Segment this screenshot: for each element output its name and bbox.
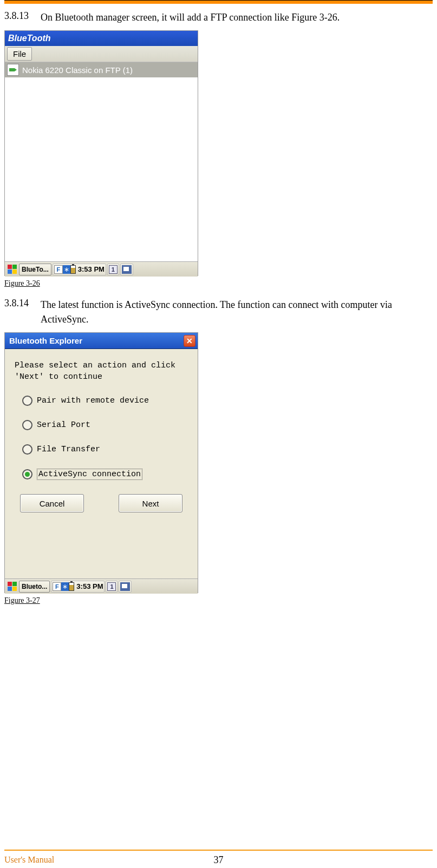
footer-label: User's Manual <box>4 855 54 865</box>
section-3-8-14: 3.8.14 The latest function is ActiveSync… <box>4 298 433 327</box>
f-icon[interactable]: F <box>54 265 63 274</box>
radio-label: Pair with remote device <box>37 396 149 405</box>
start-button-icon[interactable] <box>6 581 18 593</box>
battery-icon[interactable] <box>69 582 74 591</box>
radio-icon-selected <box>22 469 32 479</box>
taskbar-app-button[interactable]: Blueto... <box>19 581 50 593</box>
one-icon: 1 <box>109 265 118 274</box>
input-indicator[interactable]: 1 <box>107 264 119 275</box>
tray-group: F ∗ 3:53 PM <box>51 581 105 593</box>
dialog-titlebar: Bluetooth Explorer ✕ <box>5 333 198 349</box>
radio-file-transfer[interactable]: File Transfer <box>22 444 188 455</box>
footer: User's Manual 37 <box>4 855 433 865</box>
page-content: 3.8.13 On Bluetooth manager screen, it w… <box>0 10 437 605</box>
dialog-prompt: Please select an action and click 'Next'… <box>15 360 188 383</box>
screenshot-bluetooth-manager: BlueTooth File Nokia 6220 Classic on FTP… <box>4 30 198 276</box>
radio-icon <box>22 444 32 455</box>
taskbar-app-button[interactable]: BlueTo... <box>19 264 51 275</box>
radio-activesync[interactable]: ActiveSync connection <box>22 469 188 480</box>
ftp-connection-item[interactable]: Nokia 6220 Classic on FTP (1) <box>5 62 198 77</box>
one-icon: 1 <box>107 582 116 591</box>
window-titlebar: BlueTooth <box>5 31 198 46</box>
radio-icon <box>22 420 32 430</box>
top-orange-bar <box>4 0 433 4</box>
f-icon[interactable]: F <box>53 582 61 591</box>
taskbar: BlueTo... F ∗ 3:53 PM 1 <box>5 261 198 277</box>
figure-3-26-caption: Figure 3-26 <box>4 279 433 288</box>
close-button[interactable]: ✕ <box>184 335 195 347</box>
taskbar: Blueto... F ∗ 3:53 PM 1 <box>5 578 198 594</box>
footer-divider <box>4 850 433 851</box>
section-text: The latest function is ActiveSync connec… <box>41 298 433 327</box>
figure-3-27-caption: Figure 3-27 <box>4 596 433 605</box>
start-button-icon[interactable] <box>6 264 18 275</box>
section-number: 3.8.14 <box>4 298 41 327</box>
radio-label: File Transfer <box>37 445 100 454</box>
show-desktop-icon <box>120 582 130 591</box>
section-number: 3.8.13 <box>4 10 41 25</box>
screenshot-bluetooth-explorer: Bluetooth Explorer ✕ Please select an ac… <box>4 332 198 593</box>
radio-label: Serial Port <box>37 420 90 430</box>
input-indicator[interactable]: 1 <box>106 581 118 593</box>
action-radio-group: Pair with remote device Serial Port File… <box>22 396 188 480</box>
menu-bar: File <box>5 46 198 62</box>
taskbar-clock: 3:53 PM <box>76 582 103 590</box>
battery-icon[interactable] <box>70 265 76 274</box>
bluetooth-icon[interactable]: ∗ <box>63 265 70 274</box>
desktop-icon[interactable] <box>119 581 132 593</box>
radio-label: ActiveSync connection <box>37 469 142 480</box>
ftp-connection-label: Nokia 6220 Classic on FTP (1) <box>22 65 133 75</box>
radio-pair[interactable]: Pair with remote device <box>22 396 188 406</box>
taskbar-clock: 3:53 PM <box>78 265 105 273</box>
radio-serial[interactable]: Serial Port <box>22 420 188 430</box>
window-title: BlueTooth <box>8 34 51 43</box>
dialog-button-row: Cancel Next <box>15 494 188 512</box>
radio-icon <box>22 396 32 406</box>
show-desktop-icon <box>122 265 132 274</box>
section-text: On Bluetooth manager screen, it will add… <box>41 10 340 25</box>
next-button[interactable]: Next <box>119 494 182 512</box>
page-number: 37 <box>214 854 224 866</box>
bluetooth-icon[interactable]: ∗ <box>61 582 69 591</box>
dialog-title: Bluetooth Explorer <box>9 336 82 345</box>
tray-group: F ∗ 3:53 PM <box>53 264 106 275</box>
ftp-icon <box>7 64 19 76</box>
dialog-body: Please select an action and click 'Next'… <box>5 349 198 578</box>
connection-list: Nokia 6220 Classic on FTP (1) <box>5 62 198 261</box>
file-menu-button[interactable]: File <box>7 47 32 61</box>
cancel-button[interactable]: Cancel <box>20 494 84 512</box>
section-3-8-13: 3.8.13 On Bluetooth manager screen, it w… <box>4 10 433 25</box>
desktop-icon[interactable] <box>120 264 133 275</box>
